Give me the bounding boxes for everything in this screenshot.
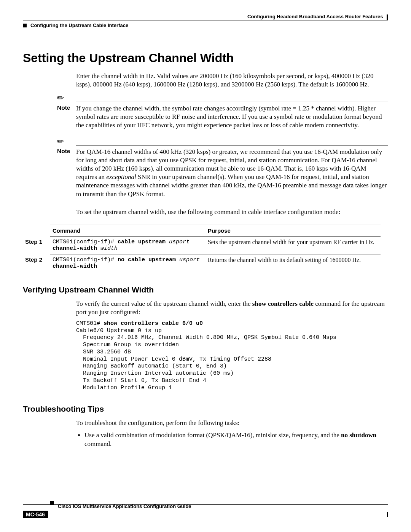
running-header-right: Configuring Headend Broadband Access Rou… — [23, 14, 388, 20]
cli-output: CMTS01# show controllers cable 6/0 u0 Ca… — [76, 320, 388, 392]
troubleshoot-list: Use a valid combination of modulation fo… — [76, 431, 388, 449]
header-rule — [23, 21, 388, 21]
table-row: Step 1 CMTS01(config-if)# cable upstream… — [23, 236, 381, 254]
command-table: Command Purpose Step 1 CMTS01(config-if)… — [23, 225, 381, 272]
section-heading: Setting the Upstream Channel Width — [23, 51, 388, 65]
chapter-title: Configuring Headend Broadband Access Rou… — [247, 14, 383, 19]
note-2-text: For QAM-16 channel widths of 400 kHz (32… — [76, 148, 388, 198]
step-label: Step 2 — [23, 254, 50, 272]
note-1-text: If you change the channel width, the sym… — [76, 104, 388, 129]
header-rule-mark — [387, 14, 388, 20]
verify-heading: Verifying Upstream Channel Width — [23, 285, 388, 294]
page-number: MC-546 — [23, 511, 48, 518]
lead-in: To set the upstream channel width, use t… — [76, 208, 388, 216]
verify-intro: To verify the current value of the upstr… — [76, 300, 388, 316]
note-1: ✎ Note If you change the channel width, … — [57, 94, 388, 132]
running-header-left: Configuring the Upstream Cable Interface — [23, 22, 388, 28]
footer-square-icon — [50, 501, 54, 505]
header-square-icon — [23, 24, 27, 27]
purpose-cell: Returns the channel width to its default… — [206, 254, 381, 272]
subsection-title: Configuring the Upstream Cable Interface — [30, 22, 128, 28]
command-cell: CMTS01(config-if)# cable upstream usport… — [50, 236, 206, 254]
col-command: Command — [50, 225, 206, 236]
purpose-cell: Sets the upstream channel width for your… — [206, 236, 381, 254]
page-footer: Cisco IOS Multiservice Applications Conf… — [23, 504, 388, 518]
pencil-icon: ✎ — [55, 93, 66, 104]
note-label: Note — [57, 104, 76, 129]
page: Configuring Headend Broadband Access Rou… — [0, 0, 411, 532]
command-cell: CMTS01(config-if)# no cable upstream usp… — [50, 254, 206, 272]
footer-rule-mark — [387, 512, 388, 517]
troubleshoot-heading: Troubleshooting Tips — [23, 404, 388, 414]
col-purpose: Purpose — [206, 225, 381, 236]
intro-paragraph: Enter the channel width in Hz. Valid val… — [76, 72, 388, 89]
intro-text: Enter the channel width in Hz. Valid val… — [76, 72, 388, 89]
note-label: Note — [57, 148, 76, 198]
note-2: ✎ Note For QAM-16 channel widths of 400 … — [57, 137, 388, 201]
pencil-icon: ✎ — [55, 136, 66, 147]
lead-in-text: To set the upstream channel width, use t… — [76, 208, 388, 216]
step-label: Step 1 — [23, 236, 50, 254]
table-row: Step 2 CMTS01(config-if)# no cable upstr… — [23, 254, 381, 272]
troubleshoot-intro: To troubleshoot the configuration, perfo… — [76, 419, 388, 427]
list-item: Use a valid combination of modulation fo… — [84, 431, 388, 449]
